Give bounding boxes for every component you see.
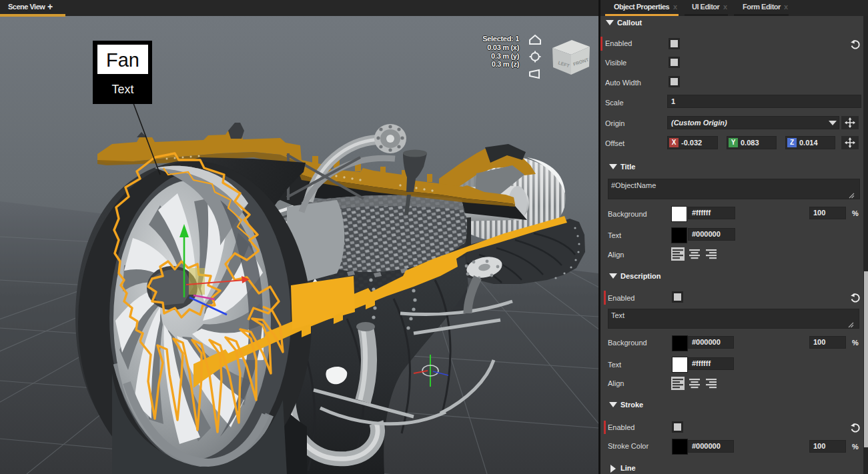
svg-text:Fan: Fan	[106, 49, 139, 71]
svg-text:Text: Text	[111, 83, 133, 96]
